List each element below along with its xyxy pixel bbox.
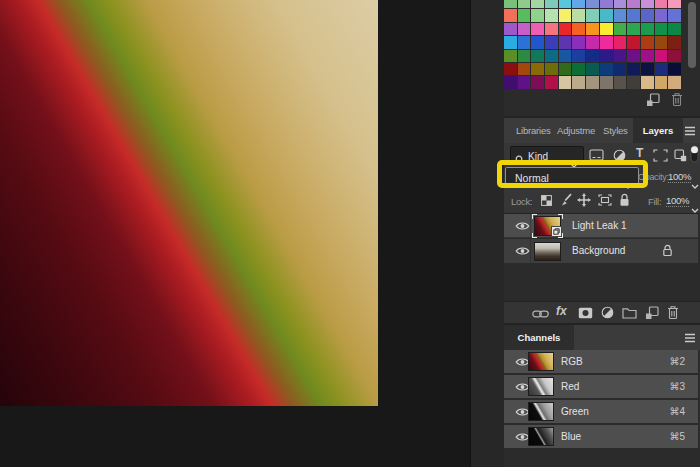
swatch[interactable]	[586, 76, 599, 88]
swatch[interactable]	[572, 50, 585, 62]
swatch[interactable]	[600, 23, 613, 35]
swatch[interactable]	[572, 63, 585, 75]
swatch[interactable]	[627, 63, 640, 75]
channel-row-blue[interactable]: Blue ⌘5	[504, 425, 698, 448]
swatch[interactable]	[518, 76, 531, 88]
swatch[interactable]	[504, 63, 517, 75]
swatch[interactable]	[586, 50, 599, 62]
swatch[interactable]	[627, 50, 640, 62]
lock-transparency-icon[interactable]	[541, 195, 552, 206]
swatch[interactable]	[531, 0, 544, 8]
swatch[interactable]	[504, 36, 517, 48]
add-adjustment-layer-icon[interactable]	[601, 306, 614, 319]
layer-name[interactable]: Light Leak 1	[572, 220, 627, 231]
swatch[interactable]	[627, 23, 640, 35]
swatch[interactable]	[655, 63, 668, 75]
swatch[interactable]	[518, 0, 531, 8]
swatch[interactable]	[559, 50, 572, 62]
swatch[interactable]	[641, 50, 654, 62]
swatch[interactable]	[531, 9, 544, 21]
swatch[interactable]	[572, 23, 585, 35]
channels-panel-menu-icon[interactable]	[684, 333, 696, 343]
swatch[interactable]	[614, 9, 627, 21]
swatch[interactable]	[504, 9, 517, 21]
lock-pixels-icon[interactable]	[559, 193, 572, 207]
swatch[interactable]	[531, 50, 544, 62]
swatch[interactable]	[614, 76, 627, 88]
fill-value[interactable]: 100%	[666, 195, 689, 207]
swatch[interactable]	[559, 36, 572, 48]
swatch[interactable]	[504, 50, 517, 62]
swatch[interactable]	[586, 9, 599, 21]
swatch[interactable]	[572, 36, 585, 48]
filter-adjustment-layers-icon[interactable]	[613, 149, 626, 162]
swatch[interactable]	[545, 0, 558, 8]
layer-style-fx-icon[interactable]: fx	[556, 304, 567, 318]
swatch[interactable]	[572, 0, 585, 8]
filter-shape-layers-icon[interactable]	[653, 149, 668, 162]
swatch[interactable]	[545, 23, 558, 35]
filter-smart-objects-icon[interactable]	[674, 149, 687, 162]
swatch[interactable]	[655, 76, 668, 88]
lock-all-icon[interactable]	[619, 193, 630, 207]
channel-row-red[interactable]: Red ⌘3	[504, 375, 698, 398]
new-swatch-icon[interactable]	[646, 93, 660, 107]
swatch[interactable]	[586, 36, 599, 48]
swatch[interactable]	[614, 0, 627, 8]
swatch[interactable]	[504, 0, 517, 8]
swatch[interactable]	[518, 50, 531, 62]
swatch[interactable]	[559, 0, 572, 8]
swatch[interactable]	[559, 76, 572, 88]
filter-kind-dropdown[interactable]: Kind	[510, 146, 584, 165]
swatch[interactable]	[655, 9, 668, 21]
swatch[interactable]	[531, 23, 544, 35]
swatch[interactable]	[545, 36, 558, 48]
swatches-scrollbar[interactable]	[688, 2, 696, 68]
swatch[interactable]	[600, 50, 613, 62]
swatch[interactable]	[518, 36, 531, 48]
swatch[interactable]	[655, 50, 668, 62]
tab-styles[interactable]: Styles	[603, 125, 628, 136]
swatch[interactable]	[504, 23, 517, 35]
swatch[interactable]	[504, 76, 517, 88]
layer-thumbnail[interactable]	[534, 216, 561, 236]
swatch[interactable]	[531, 76, 544, 88]
swatch[interactable]	[627, 0, 640, 8]
swatch[interactable]	[518, 9, 531, 21]
chevron-down-icon[interactable]	[691, 175, 699, 193]
swatch[interactable]	[572, 9, 585, 21]
swatch[interactable]	[559, 9, 572, 21]
swatch[interactable]	[627, 9, 640, 21]
swatch[interactable]	[655, 23, 668, 35]
swatch[interactable]	[572, 76, 585, 88]
swatch[interactable]	[559, 23, 572, 35]
layer-name[interactable]: Background	[572, 245, 625, 256]
swatch[interactable]	[668, 23, 681, 35]
swatch[interactable]	[600, 63, 613, 75]
add-mask-icon[interactable]	[578, 307, 593, 319]
swatch[interactable]	[668, 36, 681, 48]
swatch[interactable]	[668, 63, 681, 75]
swatch[interactable]	[641, 36, 654, 48]
opacity-value[interactable]: 100%	[668, 171, 691, 183]
swatch[interactable]	[655, 36, 668, 48]
swatch[interactable]	[531, 36, 544, 48]
new-layer-icon[interactable]	[645, 306, 659, 320]
swatch[interactable]	[668, 76, 681, 88]
layer-row-light-leak[interactable]: Light Leak 1	[504, 214, 698, 238]
tab-channels[interactable]: Channels	[504, 325, 574, 350]
swatch[interactable]	[614, 23, 627, 35]
lock-position-icon[interactable]	[577, 193, 591, 207]
swatch[interactable]	[586, 23, 599, 35]
channel-row-green[interactable]: Green ⌘4	[504, 400, 698, 423]
delete-layer-icon[interactable]	[667, 305, 679, 320]
swatch[interactable]	[641, 0, 654, 8]
layers-panel-menu-icon[interactable]	[684, 126, 696, 136]
swatch[interactable]	[586, 63, 599, 75]
filter-type-layers-icon[interactable]: T	[636, 146, 643, 160]
swatch[interactable]	[518, 63, 531, 75]
swatch[interactable]	[668, 0, 681, 8]
swatch[interactable]	[518, 23, 531, 35]
swatch[interactable]	[586, 0, 599, 8]
layer-row-background[interactable]: Background	[504, 239, 698, 263]
